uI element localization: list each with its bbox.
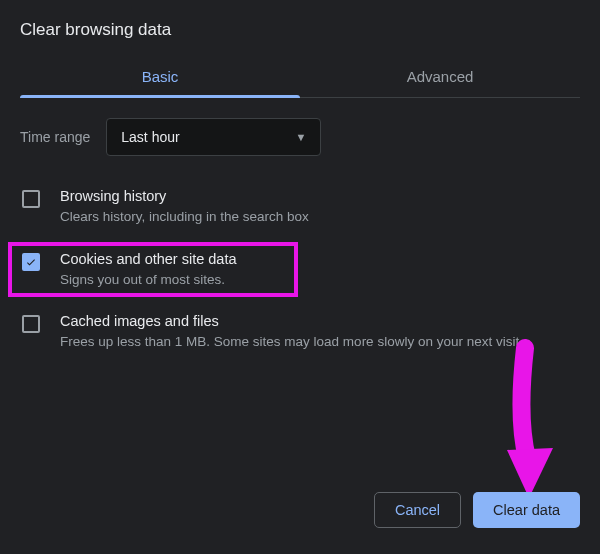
- annotation-arrow-icon: [505, 338, 565, 508]
- checkbox-cached[interactable]: [22, 315, 40, 333]
- option-browsing-history[interactable]: Browsing history Clears history, includi…: [20, 182, 580, 233]
- time-range-row: Time range Last hour ▼: [20, 118, 580, 156]
- tab-advanced-label: Advanced: [407, 68, 474, 85]
- time-range-select[interactable]: Last hour ▼: [106, 118, 321, 156]
- option-cached[interactable]: Cached images and files Frees up less th…: [20, 307, 580, 358]
- option-title: Cookies and other site data: [60, 251, 578, 267]
- option-title: Cached images and files: [60, 313, 578, 329]
- dialog-title: Clear browsing data: [20, 20, 580, 40]
- option-desc: Signs you out of most sites.: [60, 270, 578, 290]
- options-list: Browsing history Clears history, includi…: [20, 182, 580, 358]
- option-text: Browsing history Clears history, includi…: [60, 188, 578, 227]
- cancel-button-label: Cancel: [395, 502, 440, 518]
- option-title: Browsing history: [60, 188, 578, 204]
- checkbox-cookies[interactable]: [22, 253, 40, 271]
- tab-basic-label: Basic: [142, 68, 179, 85]
- time-range-label: Time range: [20, 129, 90, 145]
- dialog-footer: Cancel Clear data: [374, 492, 580, 528]
- clear-data-button-label: Clear data: [493, 502, 560, 518]
- tab-bar: Basic Advanced: [20, 58, 580, 98]
- time-range-value: Last hour: [121, 129, 179, 145]
- option-desc: Frees up less than 1 MB. Some sites may …: [60, 332, 578, 352]
- chevron-down-icon: ▼: [295, 131, 306, 143]
- option-desc: Clears history, including in the search …: [60, 207, 578, 227]
- clear-data-button[interactable]: Clear data: [473, 492, 580, 528]
- option-text: Cached images and files Frees up less th…: [60, 313, 578, 352]
- tab-advanced[interactable]: Advanced: [300, 58, 580, 97]
- check-icon: [25, 256, 37, 268]
- option-cookies[interactable]: Cookies and other site data Signs you ou…: [20, 245, 580, 296]
- cancel-button[interactable]: Cancel: [374, 492, 461, 528]
- checkbox-browsing-history[interactable]: [22, 190, 40, 208]
- tab-basic[interactable]: Basic: [20, 58, 300, 97]
- option-text: Cookies and other site data Signs you ou…: [60, 251, 578, 290]
- clear-browsing-data-dialog: Clear browsing data Basic Advanced Time …: [0, 0, 600, 358]
